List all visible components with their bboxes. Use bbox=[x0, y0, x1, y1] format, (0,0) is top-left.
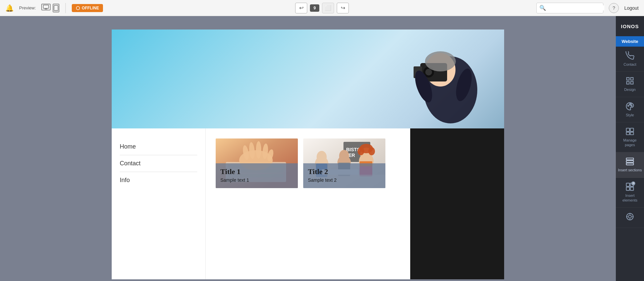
svg-rect-56 bbox=[630, 132, 634, 135]
svg-point-38 bbox=[358, 147, 364, 155]
website-canvas: Home Contact Info bbox=[112, 30, 504, 279]
logout-button[interactable]: Logout bbox=[624, 5, 639, 11]
design-icon bbox=[626, 76, 634, 85]
svg-rect-47 bbox=[627, 81, 629, 84]
manage-pages-icon bbox=[626, 127, 634, 136]
card-2-overlay: Title 2 Sample text 2 bbox=[303, 163, 385, 188]
settings-icon bbox=[626, 212, 634, 221]
svg-rect-60 bbox=[626, 183, 630, 186]
offline-badge[interactable]: ⬡ OFFLINE bbox=[72, 4, 103, 12]
svg-rect-53 bbox=[626, 128, 630, 131]
svg-rect-0 bbox=[43, 5, 49, 8]
sidebar-item-manage-pages[interactable]: Manage pages bbox=[616, 122, 644, 153]
sidebar-item-style[interactable]: Style bbox=[616, 97, 644, 122]
history-count: 9 bbox=[310, 4, 319, 12]
insert-elements-sidebar-label: Insert elements bbox=[618, 193, 642, 203]
content-section: Home Contact Info bbox=[112, 128, 504, 279]
ionos-logo: IONOS bbox=[616, 16, 644, 36]
nav-contact-label: Contact bbox=[120, 160, 141, 167]
svg-rect-46 bbox=[631, 78, 633, 80]
card-1[interactable]: Title 1 Sample text 1 bbox=[216, 138, 298, 188]
sidebar-item-design[interactable]: Design bbox=[616, 72, 644, 97]
desktop-preview-icon[interactable] bbox=[41, 4, 51, 10]
divider bbox=[65, 3, 66, 13]
design-sidebar-label: Design bbox=[624, 87, 636, 92]
svg-point-52 bbox=[631, 105, 632, 106]
canvas-area: Home Contact Info bbox=[0, 16, 616, 281]
svg-point-13 bbox=[425, 51, 456, 71]
svg-rect-62 bbox=[626, 187, 630, 190]
search-input[interactable] bbox=[548, 5, 604, 10]
redo-button[interactable]: ↪ bbox=[337, 3, 349, 13]
right-sidebar: IONOS Website Contact Design bbox=[616, 16, 644, 281]
svg-point-65 bbox=[629, 215, 632, 218]
search-icon: 🔍 bbox=[539, 5, 546, 11]
preview-icons bbox=[41, 4, 59, 12]
svg-rect-48 bbox=[631, 81, 633, 84]
svg-point-30 bbox=[317, 151, 327, 163]
search-bar[interactable]: 🔍 bbox=[536, 3, 603, 13]
notification-bell-icon[interactable]: 🔔 bbox=[5, 4, 14, 12]
offline-icon: ⬡ bbox=[76, 5, 80, 11]
svg-rect-59 bbox=[626, 163, 634, 165]
history-controls: ↩ 9 ⬜ ↪ bbox=[295, 3, 349, 13]
svg-rect-55 bbox=[626, 132, 630, 135]
card-1-text: Sample text 1 bbox=[220, 177, 293, 183]
card-1-overlay: Title 1 Sample text 1 bbox=[216, 163, 298, 188]
gear-badge: ⚙ bbox=[631, 181, 635, 185]
ionos-logo-text: IONOS bbox=[621, 23, 639, 29]
cards-row: Title 1 Sample text 1 bbox=[216, 138, 400, 188]
style-sidebar-label: Style bbox=[626, 113, 634, 117]
svg-point-39 bbox=[368, 147, 375, 155]
center-content: Title 1 Sample text 1 bbox=[206, 128, 410, 279]
nav-item-home[interactable]: Home bbox=[120, 138, 197, 155]
style-icon bbox=[626, 102, 634, 111]
nav-info-label: Info bbox=[120, 177, 130, 183]
sidebar-item-insert-sections[interactable]: Insert sections bbox=[616, 152, 644, 177]
card-2-text: Sample text 2 bbox=[308, 177, 381, 183]
insert-sections-sidebar-label: Insert sections bbox=[618, 168, 642, 172]
contact-sidebar-label: Contact bbox=[624, 62, 636, 67]
canvas-outer: Home Contact Info bbox=[0, 23, 616, 274]
hero-image bbox=[343, 30, 504, 128]
left-nav: Home Contact Info bbox=[112, 128, 206, 279]
nav-item-info[interactable]: Info bbox=[120, 172, 197, 188]
svg-rect-54 bbox=[630, 128, 634, 131]
phone-icon bbox=[626, 51, 634, 60]
card-2[interactable]: BISTS ER bbox=[303, 138, 385, 188]
svg-rect-63 bbox=[630, 187, 634, 190]
insert-elements-icon-wrapper: ⚙ bbox=[626, 182, 634, 191]
svg-point-4 bbox=[56, 10, 56, 10]
right-side-dark bbox=[410, 128, 504, 279]
svg-point-22 bbox=[256, 141, 261, 159]
sidebar-item-insert-elements[interactable]: ⚙ Insert elements bbox=[616, 178, 644, 208]
sidebar-item-contact[interactable]: Contact bbox=[616, 47, 644, 72]
svg-rect-58 bbox=[626, 161, 634, 162]
svg-rect-57 bbox=[626, 158, 634, 160]
help-label: ? bbox=[612, 5, 615, 11]
card-2-title: Title 2 bbox=[308, 167, 381, 176]
topbar-right: 🔍 ? Logout bbox=[536, 3, 639, 13]
svg-text:ER: ER bbox=[348, 153, 355, 158]
topbar: 🔔 Preview: ⬡ OFFLINE ↩ 9 ⬜ ↪ 🔍 ? Logout bbox=[0, 0, 644, 16]
nav-home-label: Home bbox=[120, 143, 136, 150]
website-tab[interactable]: Website bbox=[616, 36, 644, 47]
help-button[interactable]: ? bbox=[609, 3, 619, 13]
nav-item-contact[interactable]: Contact bbox=[120, 155, 197, 172]
main-layout: Home Contact Info bbox=[0, 16, 644, 281]
preview-label: Preview: bbox=[19, 5, 36, 10]
offline-label: OFFLINE bbox=[82, 6, 99, 10]
card-1-title: Title 1 bbox=[220, 167, 293, 176]
svg-point-50 bbox=[628, 105, 629, 106]
undo-button[interactable]: ↩ bbox=[295, 3, 307, 13]
svg-rect-45 bbox=[627, 78, 629, 80]
hero-section bbox=[112, 30, 504, 128]
manage-pages-sidebar-label: Manage pages bbox=[618, 138, 642, 148]
insert-sections-icon bbox=[626, 157, 634, 166]
tablet-preview-icon[interactable] bbox=[53, 4, 59, 12]
svg-point-10 bbox=[425, 69, 432, 75]
sidebar-item-settings[interactable] bbox=[616, 208, 644, 228]
svg-point-33 bbox=[339, 150, 349, 162]
redo-button-disabled[interactable]: ⬜ bbox=[322, 3, 334, 13]
